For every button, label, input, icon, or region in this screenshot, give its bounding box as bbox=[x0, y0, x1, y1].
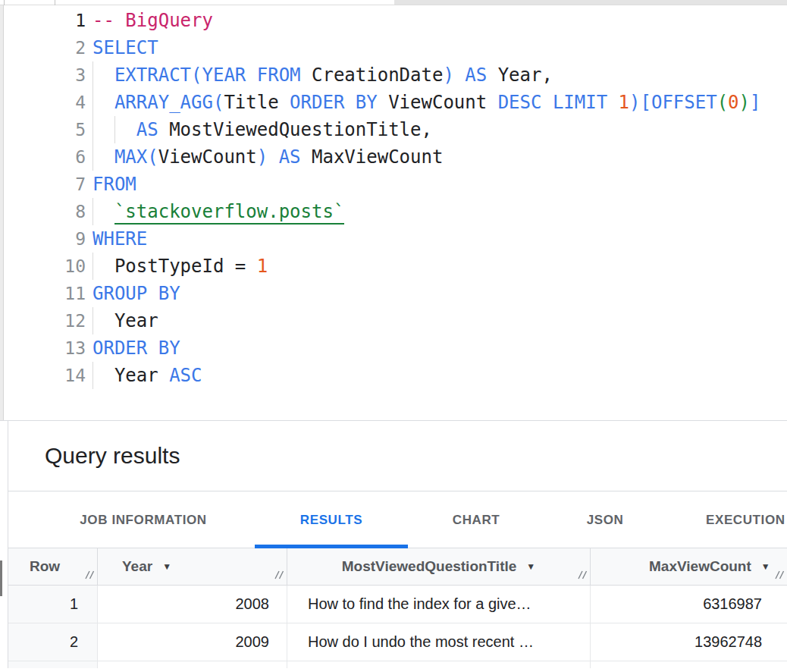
column-label: MaxViewCount bbox=[649, 558, 751, 575]
code-token: 1 bbox=[257, 256, 268, 277]
cell bbox=[591, 661, 787, 668]
code-line: 1-- BigQuery bbox=[0, 7, 787, 34]
cell: 2008 bbox=[98, 586, 287, 623]
indent-guide bbox=[92, 198, 93, 225]
code-token bbox=[92, 92, 114, 113]
code-text: PostTypeId = 1 bbox=[92, 253, 268, 280]
column-resize-icon[interactable] bbox=[577, 567, 588, 583]
column-header-row[interactable]: Row bbox=[8, 548, 98, 585]
code-text: WHERE bbox=[92, 225, 147, 253]
row-number-cell: 1 bbox=[8, 586, 98, 623]
tab-execution-details[interactable]: EXECUTION DETAILS bbox=[706, 491, 787, 548]
tab-json[interactable]: JSON bbox=[560, 491, 651, 548]
tab-job-information[interactable]: JOB INFORMATION bbox=[69, 491, 218, 548]
code-token: Year, bbox=[498, 64, 553, 86]
tab-chart[interactable]: CHART bbox=[431, 491, 522, 548]
cell: 6316987 bbox=[591, 586, 787, 623]
code-token: MostViewedQuestionTitle, bbox=[169, 119, 432, 140]
code-token: MAX( bbox=[114, 146, 158, 168]
indent-guide bbox=[92, 89, 93, 116]
code-token: ViewCount bbox=[378, 92, 498, 113]
column-label: Row bbox=[30, 558, 60, 575]
column-resize-icon[interactable] bbox=[274, 567, 284, 583]
sql-editor[interactable]: 1-- BigQuery2SELECT3 EXTRACT(YEAR FROM C… bbox=[0, 5, 787, 421]
code-token: Year bbox=[114, 365, 169, 386]
line-number: 13 bbox=[0, 334, 86, 362]
code-token: GROUP BY bbox=[92, 283, 180, 304]
row-number-cell bbox=[8, 661, 98, 668]
code-token bbox=[92, 146, 114, 168]
row-number-cell: 2 bbox=[8, 623, 98, 661]
indent-guide bbox=[92, 362, 93, 389]
query-results-panel: Query results JOB INFORMATIONRESULTSCHAR… bbox=[8, 421, 787, 668]
code-token: PostTypeId = bbox=[114, 256, 257, 277]
column-label: Year bbox=[122, 558, 152, 575]
column-resize-icon[interactable] bbox=[774, 567, 785, 583]
table-row-partial bbox=[8, 661, 787, 668]
line-number: 10 bbox=[0, 253, 86, 280]
code-token: Year bbox=[114, 310, 158, 331]
code-token: CreationDate bbox=[301, 64, 444, 86]
results-table: RowYear▼MostViewedQuestionTitle▼MaxViewC… bbox=[8, 548, 787, 668]
cell: 2009 bbox=[98, 623, 287, 661]
cell: How do I undo the most recent … bbox=[287, 623, 591, 661]
top-edge-tick bbox=[55, 0, 55, 5]
line-number: 7 bbox=[0, 171, 86, 198]
indent-guide bbox=[92, 143, 93, 171]
code-text: `stackoverflow.posts` bbox=[92, 198, 344, 225]
line-number: 4 bbox=[0, 89, 86, 116]
code-line: 11GROUP BY bbox=[0, 280, 787, 307]
code-token: ( bbox=[717, 92, 728, 113]
sort-dropdown-icon[interactable]: ▼ bbox=[162, 561, 171, 572]
code-token: -- BigQuery bbox=[92, 10, 213, 31]
code-token: SELECT bbox=[92, 37, 158, 58]
tab-results[interactable]: RESULTS bbox=[255, 491, 408, 548]
code-token: ) bbox=[739, 92, 750, 113]
scrollbar-thumb[interactable] bbox=[0, 561, 2, 596]
code-text: FROM bbox=[92, 171, 136, 198]
column-header-mostviewedquestiontitle[interactable]: MostViewedQuestionTitle▼ bbox=[287, 548, 591, 585]
sort-dropdown-icon[interactable]: ▼ bbox=[526, 561, 535, 572]
line-number: 8 bbox=[0, 198, 86, 225]
indent-guide bbox=[114, 116, 115, 143]
column-header-maxviewcount[interactable]: MaxViewCount▼ bbox=[591, 548, 787, 585]
column-label: MostViewedQuestionTitle bbox=[342, 558, 517, 575]
code-token: MaxViewCount bbox=[312, 146, 443, 168]
code-line: 4 ARRAY_AGG(Title ORDER BY ViewCount DES… bbox=[0, 89, 787, 116]
code-token: 1 bbox=[619, 92, 629, 113]
sort-dropdown-icon[interactable]: ▼ bbox=[761, 561, 770, 572]
editor-top-edge bbox=[0, 0, 787, 5]
code-text: SELECT bbox=[92, 34, 158, 61]
editor-margin bbox=[0, 5, 4, 420]
column-header-year[interactable]: Year▼ bbox=[98, 548, 287, 585]
line-number: 14 bbox=[0, 362, 86, 389]
code-line: 9WHERE bbox=[0, 225, 787, 253]
top-edge-scroll-track bbox=[394, 0, 787, 5]
code-token: ORDER BY bbox=[92, 338, 180, 359]
line-number: 3 bbox=[0, 61, 86, 89]
code-token: EXTRACT(YEAR FROM bbox=[114, 64, 301, 86]
code-token: `stackoverflow.posts` bbox=[114, 201, 344, 225]
code-text: EXTRACT(YEAR FROM CreationDate) AS Year, bbox=[92, 61, 553, 89]
results-tab-bar: JOB INFORMATIONRESULTSCHARTJSONEXECUTION… bbox=[8, 491, 787, 548]
results-table-body: 12008How to find the index for a give…63… bbox=[8, 586, 787, 668]
column-resize-icon[interactable] bbox=[84, 567, 95, 583]
table-row: 12008How to find the index for a give…63… bbox=[8, 586, 787, 623]
line-number: 6 bbox=[0, 143, 86, 171]
code-token bbox=[92, 64, 114, 86]
code-text: MAX(ViewCount) AS MaxViewCount bbox=[92, 143, 443, 171]
code-line: 3 EXTRACT(YEAR FROM CreationDate) AS Yea… bbox=[0, 61, 787, 89]
results-table-header: RowYear▼MostViewedQuestionTitle▼MaxViewC… bbox=[8, 548, 787, 586]
code-token: )[OFFSET bbox=[629, 92, 717, 113]
indent-guide bbox=[92, 307, 93, 334]
code-token: Title bbox=[224, 92, 290, 113]
code-line: 8 `stackoverflow.posts` bbox=[0, 198, 787, 225]
code-lines: 1-- BigQuery2SELECT3 EXTRACT(YEAR FROM C… bbox=[0, 7, 787, 389]
code-line: 10 PostTypeId = 1 bbox=[0, 253, 787, 280]
code-token bbox=[92, 310, 114, 331]
query-results-title: Query results bbox=[45, 443, 180, 469]
code-line: 7FROM bbox=[0, 171, 787, 198]
code-token: ASC bbox=[169, 365, 202, 386]
code-text: Year bbox=[92, 307, 158, 334]
indent-guide bbox=[92, 116, 93, 143]
